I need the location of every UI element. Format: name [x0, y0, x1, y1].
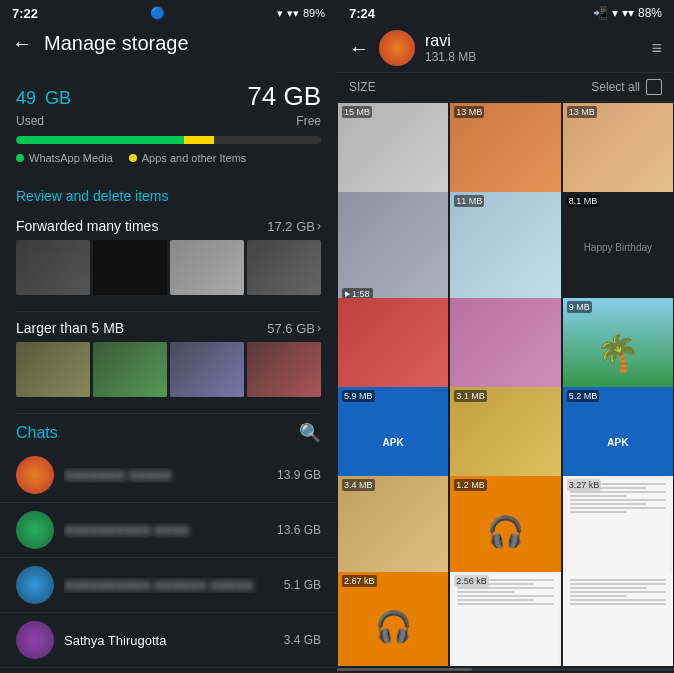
avatar-4 [16, 621, 54, 659]
blurred-img-8 [247, 342, 321, 397]
right-header: ← ravi 131.8 MB ≡ [337, 24, 674, 73]
page-title: Manage storage [44, 32, 189, 55]
doc-line [570, 491, 666, 493]
headphone-icon-14: 🎧 [487, 514, 524, 549]
left-status-bar: 7:22 🔵 ▾ ▾▾ 89% [0, 0, 337, 24]
larger-thumbnails [16, 342, 321, 397]
filter-icon[interactable]: ≡ [651, 38, 662, 59]
forwarded-item[interactable]: Forwarded many times 17.2 GB › [0, 210, 337, 311]
larger-item-header: Larger than 5 MB 57.6 GB › [16, 320, 321, 336]
left-header: ← Manage storage [0, 24, 337, 63]
doc-line [570, 511, 628, 513]
doc-line [457, 587, 553, 589]
media-cell-17[interactable]: 2.56 kB PL 18-19.pdf [450, 572, 560, 666]
size-badge-2: 13 MB [454, 106, 484, 118]
thumb-larger-2 [93, 342, 167, 397]
doc-line [570, 495, 628, 497]
chat-name-1: XXXXXXX XXXXX [64, 468, 267, 483]
signal-icon-right: ▾▾ [622, 6, 634, 20]
chat-info-1: XXXXXXX XXXXX [64, 468, 267, 483]
chat-item-1[interactable]: XXXXXXX XXXXX 13.9 GB [0, 448, 337, 503]
contact-name: ravi [425, 32, 641, 50]
legend-whatsapp: WhatsApp Media [16, 152, 113, 164]
right-back-button[interactable]: ← [349, 37, 369, 60]
media-grid: 15 MB 13 MB 13 MB 1:58 11 MB 8.1 MB Happ… [337, 102, 674, 666]
free-label: Free [296, 114, 321, 128]
size-badge-14: 1.2 MB [454, 479, 487, 491]
media-cell-15[interactable]: 3.27 kB [563, 476, 673, 586]
larger-label: Larger than 5 MB [16, 320, 124, 336]
chevron-right-icon-2: › [317, 321, 321, 335]
blurred-img-4 [247, 240, 321, 295]
chat-item-2[interactable]: XXXXXXXXXX XXXX 13.6 GB [0, 503, 337, 558]
select-all-checkbox[interactable] [646, 79, 662, 95]
media-cell-18[interactable] [563, 572, 673, 666]
wifi-icon-right: ▾ [612, 6, 618, 20]
search-icon[interactable]: 🔍 [299, 422, 321, 444]
doc-line [570, 499, 666, 501]
doc-line [570, 595, 628, 597]
chevron-right-icon: › [317, 219, 321, 233]
media-cell-13[interactable]: 3.4 MB [338, 476, 448, 586]
thumb-larger-1 [16, 342, 90, 397]
storage-numbers: 49 GB 74 GB [16, 75, 321, 112]
blurred-img-7 [170, 342, 244, 397]
apk-icon-10: APK [375, 433, 411, 452]
doc-line [570, 503, 647, 505]
larger-item[interactable]: Larger than 5 MB 57.6 GB › [0, 312, 337, 413]
chat-list: XXXXXXX XXXXX 13.9 GB XXXXXXXXXX XXXX 13… [0, 448, 337, 673]
doc-preview-15 [566, 479, 670, 583]
battery-right: 88% [638, 6, 662, 20]
whatsapp-dot [16, 154, 24, 162]
doc-line [570, 579, 666, 581]
doc-line [457, 591, 515, 593]
chat-item-4[interactable]: Sathya Thirugotta 3.4 GB [0, 613, 337, 668]
chat-size-3: 5.1 GB [284, 578, 321, 592]
size-badge-3: 13 MB [567, 106, 597, 118]
doc-line [570, 587, 647, 589]
doc-line [570, 583, 666, 585]
left-time: 7:22 [12, 6, 38, 21]
doc-preview-18 [566, 575, 670, 666]
apps-label: Apps and other Items [142, 152, 247, 164]
chat-info-2: XXXXXXXXXX XXXX [64, 523, 267, 538]
right-panel: 7:24 📲 ▾ ▾▾ 88% ← ravi 131.8 MB ≡ SIZE S… [337, 0, 674, 673]
contact-info: ravi 131.8 MB [425, 32, 641, 64]
contact-avatar [379, 30, 415, 66]
media-cell-14[interactable]: 1.2 MB 🎧 3:29 [450, 476, 560, 586]
doc-line [570, 599, 666, 601]
back-button[interactable]: ← [12, 32, 32, 55]
media-cell-16[interactable]: 2.67 kB 🎧 22:43 [338, 572, 448, 666]
thumb-forwarded-4 [247, 240, 321, 295]
size-badge-6: 8.1 MB [567, 195, 600, 207]
size-badge-17: 2.56 kB [454, 575, 489, 587]
thumb-forwarded-1 [16, 240, 90, 295]
thumb-larger-4 [247, 342, 321, 397]
chat-item-3[interactable]: XXXXXXXXXX XXXXXX XXXXX 5.1 GB [0, 558, 337, 613]
avatar-2 [16, 511, 54, 549]
palm-tree-visual: 🌴 [596, 332, 640, 373]
apps-dot [129, 154, 137, 162]
size-badge-11: 3.1 MB [454, 390, 487, 402]
forwarded-thumbnails [16, 240, 321, 295]
forwarded-label: Forwarded many times [16, 218, 158, 234]
review-section-title: Review and delete items [0, 176, 337, 210]
right-status-icons: 📲 ▾ ▾▾ 88% [593, 6, 662, 20]
chats-title: Chats [16, 424, 58, 442]
chat-size-4: 3.4 GB [284, 633, 321, 647]
media-cell-5[interactable]: 11 MB [450, 192, 560, 302]
left-panel: 7:22 🔵 ▾ ▾▾ 89% ← Manage storage 49 GB 7… [0, 0, 337, 673]
birthday-text: Happy Birthday [584, 242, 652, 253]
select-all-row[interactable]: Select all [591, 79, 662, 95]
media-cell-6[interactable]: 8.1 MB Happy Birthday [563, 192, 673, 302]
right-status-bar: 7:24 📲 ▾ ▾▾ 88% [337, 0, 674, 24]
media-cell-4[interactable]: 1:58 [338, 192, 448, 302]
scrollbar[interactable] [337, 668, 674, 671]
storage-labels: Used Free [16, 114, 321, 128]
size-badge-13: 3.4 MB [342, 479, 375, 491]
cast-icon: 📲 [593, 6, 608, 20]
free-gb: 74 GB [247, 81, 321, 112]
left-status-icon: 🔵 [150, 6, 165, 20]
size-header: SIZE Select all [337, 73, 674, 102]
doc-line [457, 595, 553, 597]
